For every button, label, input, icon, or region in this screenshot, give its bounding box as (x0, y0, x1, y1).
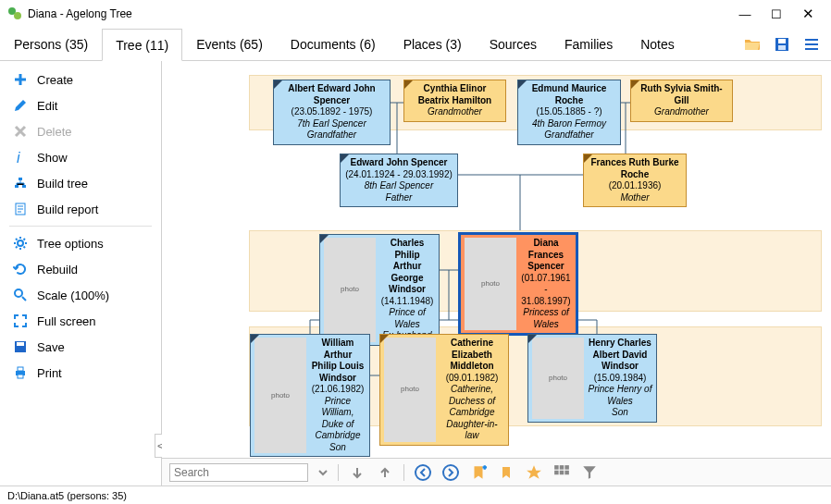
person-card-diana[interactable]: photo Diana Frances Spencer (01.07.1961 … (458, 232, 578, 336)
sidebar-rebuild[interactable]: Rebuild (0, 256, 161, 282)
sidebar-create-label: Create (37, 73, 73, 87)
person-card-charles[interactable]: photo Charles Philip Arthur George Winds… (319, 234, 440, 346)
bottom-toolbar (162, 458, 831, 486)
nav-back-icon[interactable] (414, 463, 432, 482)
x-icon (13, 124, 28, 139)
sidebar-delete: Delete (0, 118, 161, 144)
bookmark-icon[interactable] (497, 463, 515, 482)
tab-notes[interactable]: Notes (626, 28, 688, 60)
svg-point-29 (416, 465, 430, 480)
arrow-up-icon[interactable] (376, 463, 394, 482)
person-card-frances[interactable]: Frances Ruth Burke Roche (20.01.1936) Mo… (583, 154, 687, 207)
printer-icon (13, 365, 28, 380)
person-photo: photo (324, 238, 376, 342)
sidebar-full-screen[interactable]: Full screen (0, 308, 161, 334)
tab-persons[interactable]: Persons (35) (0, 28, 102, 60)
person-card-ruth[interactable]: Ruth Sylvia Smith-Gill Grandmother (630, 80, 733, 122)
person-card-catherine[interactable]: photo Catherine Elizabeth Middleton (09.… (379, 334, 509, 446)
person-relation: Father (344, 192, 453, 204)
sidebar-build-report-label: Build report (37, 203, 98, 216)
card-corner-icon (584, 154, 592, 163)
tree-canvas[interactable]: Albert Edward John Spencer (23.05.1892 -… (162, 61, 831, 486)
person-photo: photo (384, 338, 436, 442)
nav-forward-icon[interactable] (441, 463, 460, 482)
window-title: Diana - Agelong Tree (28, 7, 132, 20)
tree-icon (13, 176, 28, 191)
svg-rect-15 (18, 367, 23, 371)
svg-rect-16 (18, 375, 23, 378)
tab-sources[interactable]: Sources (476, 28, 551, 60)
save-icon[interactable] (774, 36, 790, 53)
sidebar-build-tree-label: Build tree (37, 177, 88, 191)
menu-icon[interactable] (803, 36, 820, 53)
sidebar-scale-label: Scale (100%) (37, 289, 109, 302)
svg-point-11 (15, 289, 22, 297)
minimize-button[interactable]: — (729, 7, 761, 21)
status-text: D:\Diana.at5 (persons: 35) (7, 490, 127, 501)
svg-rect-3 (778, 39, 786, 43)
person-dates: (24.01.1924 - 29.03.1992) (344, 169, 453, 181)
tab-places[interactable]: Places (3) (390, 28, 476, 60)
person-relation: Grandfather (278, 129, 386, 141)
arrow-down-icon[interactable] (348, 463, 366, 482)
person-card-edward[interactable]: Edward John Spencer (24.01.1924 - 29.03.… (340, 154, 458, 207)
person-role: Catherine, Duchess of Cambridge (440, 384, 504, 419)
person-photo: photo (532, 338, 584, 419)
sidebar-edit[interactable]: Edit (0, 92, 161, 118)
svg-rect-34 (554, 470, 559, 474)
person-card-cynthia[interactable]: Cynthia Elinor Beatrix Hamilton Grandmot… (403, 80, 506, 122)
report-icon (13, 202, 28, 216)
person-dates: (14.11.1948) (379, 296, 435, 308)
tab-families[interactable]: Families (551, 28, 626, 60)
person-relation: Son (588, 407, 652, 419)
maximize-button[interactable]: ☐ (761, 7, 792, 21)
tab-events[interactable]: Events (65) (182, 28, 277, 60)
sidebar-save[interactable]: Save (0, 334, 161, 360)
tab-tree[interactable]: Tree (11) (102, 29, 182, 61)
search-dropdown-icon[interactable] (317, 463, 329, 482)
person-role: Prince William, Duke of Cambridge (310, 396, 366, 442)
search-input[interactable] (169, 463, 308, 482)
person-card-albert[interactable]: Albert Edward John Spencer (23.05.1892 -… (273, 80, 391, 145)
sidebar-show[interactable]: i Show (0, 144, 161, 170)
person-dates: (21.06.1982) (310, 384, 366, 396)
sidebar-tree-options[interactable]: Tree options (0, 230, 161, 256)
person-dates: (23.05.1892 - 1975) (278, 106, 386, 118)
open-folder-icon[interactable] (744, 36, 761, 53)
person-role: Prince of Wales (379, 307, 435, 330)
add-bookmark-icon[interactable] (469, 463, 488, 482)
sidebar-build-report[interactable]: Build report (0, 196, 161, 222)
star-icon[interactable] (525, 463, 543, 482)
sidebar-create[interactable]: Create (0, 67, 161, 92)
person-card-william[interactable]: photo William Arthur Philip Louis Windso… (250, 334, 370, 457)
svg-point-1 (14, 12, 21, 19)
sidebar-scale[interactable]: Scale (100%) (0, 282, 161, 308)
person-dates: (15.09.1984) (588, 373, 652, 385)
card-corner-icon (274, 80, 282, 89)
person-dates: (20.01.1936) (588, 180, 682, 192)
sidebar-build-tree[interactable]: Build tree (0, 170, 161, 196)
person-name: Frances Ruth Burke Roche (588, 157, 682, 180)
sidebar-show-label: Show (37, 151, 68, 165)
svg-rect-33 (564, 465, 569, 470)
person-card-harry[interactable]: photo Henry Charles Albert David Windsor… (527, 334, 657, 423)
person-name: Cynthia Elinor Beatrix Hamilton (408, 83, 502, 106)
filter-icon[interactable] (580, 463, 599, 482)
svg-rect-31 (554, 465, 559, 470)
card-corner-icon (528, 335, 537, 343)
main-area: Create Edit Delete i Show Build tree Bui… (0, 61, 831, 486)
close-button[interactable]: ✕ (792, 6, 824, 22)
person-relation: Grandmother (635, 106, 728, 118)
sidebar-print[interactable]: Print (0, 360, 161, 386)
svg-point-30 (443, 465, 458, 480)
person-name: Edmund Maurice Roche (522, 83, 616, 106)
tab-documents[interactable]: Documents (6) (277, 28, 390, 60)
person-card-edmund[interactable]: Edmund Maurice Roche (15.05.1885 - ?) 4t… (517, 80, 621, 145)
svg-rect-4 (778, 45, 786, 50)
person-dates: (09.01.1982) (440, 373, 504, 385)
info-icon: i (13, 150, 28, 165)
svg-rect-13 (17, 342, 24, 346)
grid-icon[interactable] (552, 463, 571, 482)
person-name: Catherine Elizabeth Middleton (440, 338, 504, 373)
person-photo: photo (465, 238, 516, 330)
